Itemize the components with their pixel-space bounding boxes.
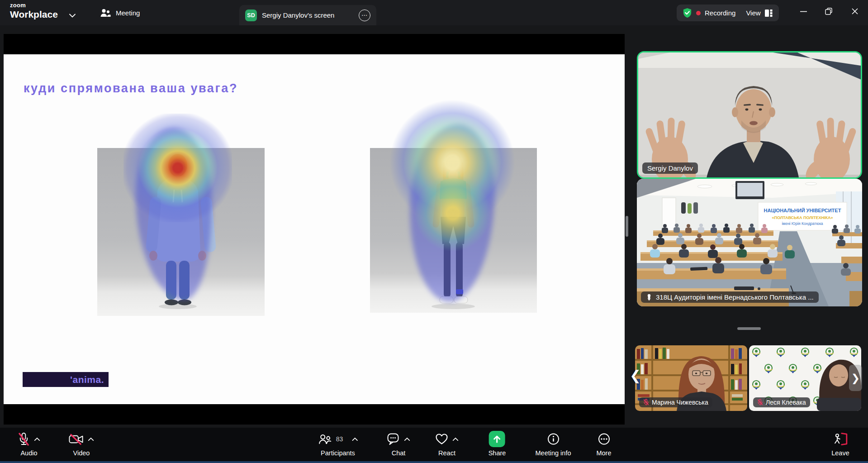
meeting-info-label: Meeting info <box>536 449 571 457</box>
chat-bubble-icon <box>387 433 400 445</box>
pin-icon <box>646 294 652 301</box>
video-options-chevron-icon[interactable] <box>88 437 94 441</box>
attention-hotspot-belly-right <box>408 168 498 258</box>
presentation-slide: куди спрямована ваша увага? <box>4 54 625 404</box>
react-button[interactable]: React <box>435 431 459 457</box>
heart-icon <box>435 433 448 445</box>
taskbar-edge <box>0 461 868 463</box>
muted-mic-icon <box>643 399 649 406</box>
recording-indicator[interactable]: Recording View <box>677 5 779 21</box>
share-button[interactable]: Share <box>489 431 506 457</box>
meeting-info-button[interactable]: Meeting info <box>536 431 571 457</box>
room-wall-line3: імені Юрія Кондратюка <box>782 221 823 226</box>
view-button[interactable]: View <box>746 9 773 17</box>
react-label: React <box>438 449 455 457</box>
chat-label: Chat <box>392 449 406 457</box>
video-tile-lecture-hall[interactable]: НАЦІОНАЛЬНИЙ УНІВЕРСИТЕТ «ПОЛТАВСЬКА ПОЛ… <box>637 179 862 306</box>
anima-brand-logo: 'anima. <box>23 372 109 387</box>
participants-label: Participants <box>321 449 355 457</box>
video-label: Video <box>73 449 90 457</box>
muted-mic-icon <box>757 399 763 406</box>
attention-heatmap-figure-hoodie <box>97 148 265 316</box>
share-screen-icon <box>489 431 505 447</box>
anima-logo-text: 'anima. <box>70 374 104 385</box>
video-tile-participant-2[interactable]: Леся Клевака <box>749 345 861 411</box>
titlebar: zoom Workplace Meeting SD Sergiy Danylov… <box>0 0 868 25</box>
avatar: SD <box>245 10 257 21</box>
leave-label: Leave <box>831 449 849 457</box>
room-name-pill: 318Ц Аудиторія імені Вернадського Полтав… <box>641 291 819 303</box>
recording-label: Recording <box>705 9 735 17</box>
participants-options-chevron-icon[interactable] <box>351 437 358 441</box>
react-options-chevron-icon[interactable] <box>452 437 459 441</box>
audio-label: Audio <box>20 449 37 457</box>
sidebar-resize-handle-horizontal[interactable] <box>737 327 761 330</box>
workspace-chevron-down-icon[interactable] <box>69 14 76 18</box>
tab-options-ellipsis-icon[interactable]: ⋯ <box>359 10 370 21</box>
speaker-name: Sergiy Danylov <box>647 164 693 172</box>
security-shield-icon <box>683 8 692 18</box>
lecture-hall-frame: НАЦІОНАЛЬНИЙ УНІВЕРСИТЕТ «ПОЛТАВСЬКА ПОЛ… <box>637 179 862 306</box>
shared-screen-tab-label: Sergiy Danylov's screen <box>262 11 334 19</box>
attention-heatmap-figure-sportswear <box>370 148 537 313</box>
tab-shared-screen[interactable]: SD Sergiy Danylov's screen ⋯ <box>239 5 376 25</box>
carousel-next-icon[interactable]: ❯ <box>849 365 862 391</box>
chat-button[interactable]: Chat <box>387 431 410 457</box>
participants-button[interactable]: 83 Participants <box>318 431 358 457</box>
more-label: More <box>596 449 611 457</box>
chat-options-chevron-icon[interactable] <box>404 437 410 441</box>
room-wall-line1: НАЦІОНАЛЬНИЙ УНІВЕРСИТЕТ <box>764 208 841 213</box>
window-close-button[interactable] <box>843 0 867 23</box>
participant-1-name: Марина Чижевська <box>652 399 708 406</box>
window-minimize-button[interactable] <box>792 0 815 23</box>
slide-title: куди спрямована ваша увага? <box>24 81 238 95</box>
leave-button[interactable]: Leave <box>831 431 849 457</box>
video-tile-active-speaker[interactable]: Sergiy Danylov <box>637 51 862 179</box>
camera-off-icon <box>69 434 84 445</box>
window-restore-button[interactable] <box>817 0 840 23</box>
view-layout-icon <box>764 9 773 17</box>
zoom-workplace-logo: zoom Workplace <box>10 2 58 19</box>
meeting-tab-label: Meeting <box>116 9 140 17</box>
attention-hotspot-face-left <box>123 114 232 222</box>
room-label: 318Ц Аудиторія імені Вернадського Полтав… <box>656 293 814 301</box>
participants-count-badge: 83 <box>336 435 343 443</box>
video-button[interactable]: Video <box>69 431 94 457</box>
sidebar-resize-handle-vertical[interactable] <box>626 216 628 237</box>
share-label: Share <box>489 449 506 457</box>
more-button[interactable]: More <box>596 431 611 457</box>
shared-screen-area: куди спрямована ваша увага? <box>4 34 625 425</box>
carousel-previous-icon[interactable]: ❮ <box>630 368 641 383</box>
audio-options-chevron-icon[interactable] <box>34 437 40 441</box>
audio-button[interactable]: Audio <box>18 431 40 457</box>
chevron-right-icon: ❯ <box>851 372 860 384</box>
participants-icon <box>318 434 332 445</box>
logo-workplace-text: Workplace <box>10 10 58 19</box>
tab-meeting[interactable]: Meeting <box>95 0 144 25</box>
participant-2-name-pill: Леся Клевака <box>753 397 810 407</box>
microphone-muted-icon <box>18 432 30 446</box>
participant-1-name-pill: Марина Чижевська <box>639 397 712 407</box>
meeting-toolbar: Audio Video <box>0 428 868 463</box>
logo-zoom-text: zoom <box>10 2 58 8</box>
recording-dot-icon <box>696 11 701 15</box>
room-wall-line2: «ПОЛТАВСЬКА ПОЛІТЕХНІКА» <box>772 215 833 220</box>
info-icon <box>547 433 560 445</box>
zoom-meeting-window: zoom Workplace Meeting SD Sergiy Danylov… <box>0 0 868 463</box>
view-label: View <box>746 9 760 17</box>
participant-2-name: Леся Клевака <box>766 399 806 406</box>
video-tile-participant-1[interactable]: Марина Чижевська <box>635 345 747 411</box>
more-ellipsis-icon <box>598 433 610 445</box>
people-icon <box>100 8 111 18</box>
leave-door-icon <box>833 432 848 446</box>
speaker-webcam-frame <box>638 53 862 179</box>
speaker-name-pill: Sergiy Danylov <box>642 162 698 174</box>
